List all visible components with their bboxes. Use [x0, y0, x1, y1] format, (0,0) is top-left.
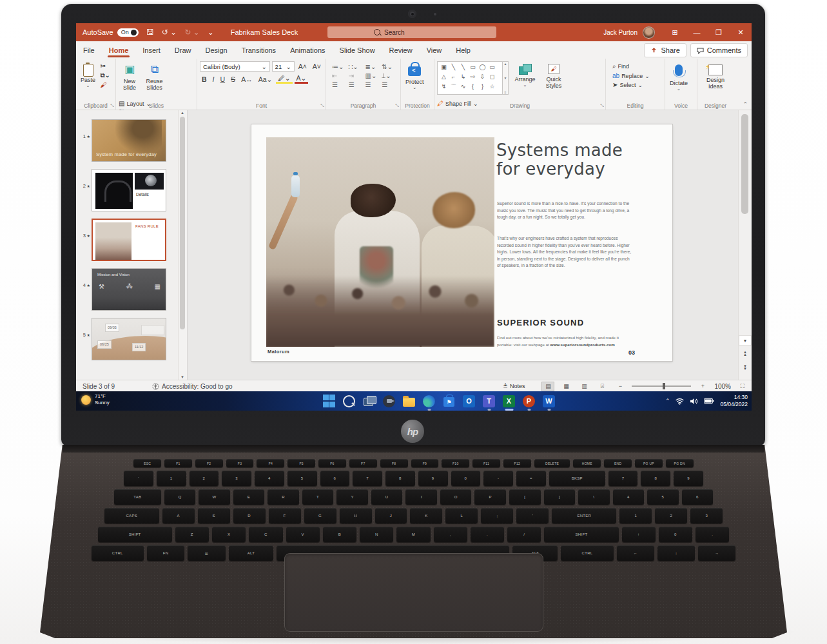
keyboard-key[interactable]: PG DN — [666, 459, 694, 467]
keyboard-key[interactable]: ↓ — [657, 545, 695, 561]
keyboard-key[interactable]: ` — [124, 471, 153, 486]
tab-home[interactable]: Home — [102, 41, 136, 59]
increase-indent-icon[interactable]: ⇥ — [349, 72, 362, 80]
bullets-icon[interactable]: ≔⌄ — [332, 63, 345, 71]
tab-animations[interactable]: Animations — [283, 41, 332, 59]
shape-gallery[interactable]: ▣╲╲▭◯▭ △⌐↳⇨⇩◻ ↯⌒∿{}☆ — [437, 61, 503, 95]
weather-widget[interactable]: 71°FSunny — [81, 393, 110, 406]
select-button[interactable]: ➤Select ⌄ — [612, 81, 650, 88]
word-button[interactable]: W — [542, 395, 556, 408]
keyboard-key[interactable]: D — [233, 508, 266, 523]
keyboard-key[interactable]: SHIFT — [98, 527, 172, 542]
keyboard-key[interactable]: ESC — [133, 459, 161, 467]
cut-icon[interactable]: ✂ — [100, 63, 110, 70]
slide-indicator[interactable]: Slide 3 of 9 — [83, 383, 115, 390]
keyboard-key[interactable]: SHIFT — [544, 527, 618, 542]
keyboard-key[interactable]: , — [434, 527, 467, 542]
keyboard-key[interactable]: 1 — [157, 471, 186, 486]
keyboard-key[interactable]: F6 — [318, 459, 346, 467]
keyboard-key[interactable]: F — [269, 508, 301, 523]
keyboard-key[interactable]: F4 — [257, 459, 284, 467]
keyboard-key[interactable]: 4 — [613, 489, 645, 505]
task-view-button[interactable] — [362, 395, 376, 408]
tab-design[interactable]: Design — [198, 41, 234, 59]
keyboard-key[interactable]: A — [162, 508, 195, 523]
keyboard-key[interactable]: M — [396, 527, 430, 542]
font-dialog-launcher[interactable]: ⤡ — [320, 103, 324, 108]
chat-button[interactable] — [382, 395, 396, 408]
close-button[interactable]: ✕ — [730, 23, 752, 41]
keyboard-key[interactable]: 0 — [659, 527, 692, 542]
find-button[interactable]: ⌕Find — [612, 63, 650, 70]
keyboard-key[interactable]: F10 — [442, 459, 469, 467]
autosave-toggle[interactable]: On — [117, 28, 139, 37]
keyboard-key[interactable]: CTRL — [561, 545, 614, 561]
keyboard-key[interactable]: 1 — [619, 508, 652, 523]
keyboard-key[interactable]: J — [375, 508, 407, 523]
slide-photo-concert-crowd[interactable] — [266, 137, 494, 347]
keyboard-key[interactable]: / — [507, 527, 541, 542]
keyboard-key[interactable]: O — [440, 489, 472, 505]
quick-styles-button[interactable]: 🖌Quick Styles — [541, 61, 566, 99]
thumbnail-2[interactable]: 2 ★ Details — [80, 169, 166, 211]
paragraph-dialog-launcher[interactable]: ⤡ — [395, 103, 399, 108]
keyboard-key[interactable]: 8 — [641, 471, 670, 486]
reuse-slides-button[interactable]: ⧉Reuse Slides — [143, 61, 165, 99]
keyboard-key[interactable]: ⊞ — [188, 545, 225, 561]
panel-scrollbar[interactable]: ▲▼ — [178, 110, 187, 380]
numbering-icon[interactable]: ⸬⌄ — [349, 63, 362, 71]
shape-gallery-scrollbar[interactable]: ▲▼≡ — [503, 61, 509, 95]
zoom-slider-thumb[interactable] — [663, 383, 665, 389]
keyboard-key[interactable]: [ — [509, 489, 541, 505]
zoom-out-button[interactable]: − — [614, 382, 627, 391]
protect-button[interactable]: Protect⌄ — [404, 61, 426, 99]
battery-icon[interactable] — [704, 398, 714, 404]
keyboard-key[interactable]: . — [471, 527, 504, 542]
keyboard-key[interactable]: = — [516, 471, 546, 486]
keyboard-key[interactable]: FN — [147, 545, 184, 561]
panel-scrollbar-thumb[interactable] — [180, 117, 185, 329]
keyboard-key[interactable]: X — [212, 527, 246, 542]
keyboard-key[interactable]: Y — [336, 489, 368, 505]
thumbnail-1[interactable]: 1 ★ System made for everyday — [80, 119, 166, 162]
wifi-icon[interactable] — [676, 398, 684, 405]
main-scrollbar-thumb[interactable] — [741, 114, 748, 214]
scroll-down-button[interactable]: ▼ — [739, 335, 752, 346]
keyboard-key[interactable]: F11 — [472, 459, 500, 467]
keyboard-key[interactable]: ; — [481, 508, 513, 523]
line-spacing-icon[interactable]: ≣⌄ — [365, 63, 378, 71]
keyboard-key[interactable]: C — [249, 527, 282, 542]
thumbnail-5[interactable]: 5 ★ 09/05 06/25 11/12 — [80, 318, 166, 360]
underline-button[interactable]: U — [219, 75, 228, 83]
decrease-indent-icon[interactable]: ⇤ — [332, 72, 345, 80]
arrange-button[interactable]: Arrange⌄ — [511, 61, 538, 99]
keyboard-key[interactable]: ] — [544, 489, 576, 505]
keyboard-key[interactable]: F1 — [164, 459, 192, 467]
share-button[interactable]: Share — [644, 43, 686, 57]
slide-sorter-view-button[interactable]: ▦ — [559, 382, 572, 391]
tab-slide-show[interactable]: Slide Show — [333, 41, 382, 59]
keyboard-key[interactable]: . — [696, 527, 729, 542]
excel-button[interactable]: X — [502, 395, 516, 408]
slide-paragraph-1[interactable]: Superior sound is more than a nice-to-ha… — [497, 200, 632, 221]
strikethrough-button[interactable]: S — [229, 75, 237, 83]
outlook-button[interactable]: O — [462, 395, 476, 408]
account-name[interactable]: Jack Purton — [603, 29, 637, 36]
keyboard-key[interactable]: T — [302, 489, 334, 505]
edge-button[interactable] — [422, 395, 436, 408]
align-right-icon[interactable]: ☰ — [365, 81, 378, 88]
keyboard-key[interactable]: 9 — [418, 471, 448, 486]
slide-subheading[interactable]: SUPERIOR SOUND — [497, 318, 584, 327]
previous-slide-button[interactable]: ▲▲ — [739, 349, 752, 359]
main-scrollbar[interactable]: ▼ ▲▲ ▼▼ — [738, 110, 752, 380]
keyboard-key[interactable]: G — [304, 508, 336, 523]
format-painter-icon[interactable]: 🖌 — [100, 81, 110, 88]
undo-icon[interactable]: ↺ ⌄ — [162, 28, 177, 37]
keyboard-key[interactable]: U — [371, 489, 403, 505]
keyboard-key[interactable]: R — [268, 489, 299, 505]
keyboard-key[interactable]: F7 — [349, 459, 377, 467]
restore-button[interactable]: ❐ — [708, 23, 730, 41]
keyboard-key[interactable]: 4 — [255, 471, 284, 486]
search-input[interactable]: Search — [327, 26, 496, 38]
store-button[interactable]: ⚑ — [442, 395, 456, 408]
